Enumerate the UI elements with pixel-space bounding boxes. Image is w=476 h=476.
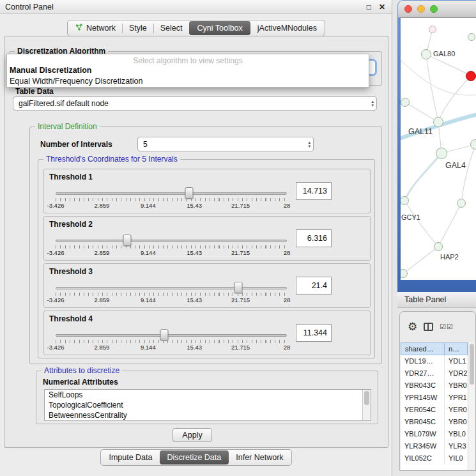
tab-label: Impute Data xyxy=(109,453,152,462)
threshold-value[interactable]: 6.316 xyxy=(296,229,332,247)
threshold-value[interactable]: 14.713 xyxy=(296,182,332,200)
zoom-traffic-light-icon[interactable] xyxy=(430,5,438,13)
tab-infer-network[interactable]: Infer Network xyxy=(229,450,289,464)
minimize-traffic-light-icon[interactable] xyxy=(417,5,425,13)
table-row[interactable]: YDL19…YDL1 xyxy=(401,355,468,367)
tab-discretize-data[interactable]: Discretize Data xyxy=(160,450,229,464)
slider-track[interactable] xyxy=(56,287,287,289)
close-icon[interactable]: ✕ xyxy=(379,3,385,12)
column-header-name[interactable]: n… xyxy=(445,342,468,355)
threshold-slider[interactable]: -3.4262.8599.14415.4321.71528 xyxy=(56,187,287,211)
slider-thumb[interactable] xyxy=(234,282,242,293)
table-cell[interactable]: YPR1 xyxy=(445,392,468,404)
network-node[interactable] xyxy=(466,71,476,81)
attribute-item[interactable]: SelfLoops xyxy=(45,390,371,400)
numerical-attributes-label: Numerical Attributes xyxy=(43,378,118,387)
tab-impute-data[interactable]: Impute Data xyxy=(102,450,158,464)
float-window-icon[interactable]: □ xyxy=(367,3,371,12)
list-scrollbar[interactable] xyxy=(362,390,371,420)
table-cell[interactable]: YDR2 xyxy=(445,367,468,380)
slider-scale: -3.4262.8599.14415.4321.71528 xyxy=(56,249,287,257)
attribute-item[interactable]: BetweennessCentrality xyxy=(45,410,371,420)
table-cell[interactable]: YDR27… xyxy=(401,367,445,380)
gear-icon[interactable]: ⚙ xyxy=(408,321,417,332)
scrollbar-thumb[interactable] xyxy=(470,344,474,385)
table-cell[interactable]: YLR3 xyxy=(445,440,468,452)
table-cell[interactable]: YIL0 xyxy=(445,452,468,464)
table-cell[interactable]: YIL052C xyxy=(401,452,445,464)
table-data-combo[interactable]: galFiltered.sif default node ▴ ▾ xyxy=(13,96,377,111)
threshold-slider[interactable]: -3.4262.8599.14415.4321.71528 xyxy=(56,234,287,259)
table-row[interactable]: YLR345WYLR3 xyxy=(401,440,468,452)
algorithm-dropdown-popup: Select algorithm to view settings Manual… xyxy=(6,54,369,88)
popup-placeholder: Select algorithm to view settings xyxy=(7,54,369,65)
thresholds-group: Threshold's Coordinates for 5 Intervals … xyxy=(38,159,375,358)
table-cell[interactable]: YDL19… xyxy=(401,355,445,367)
table-cell[interactable]: YBL0 xyxy=(445,428,468,440)
network-node[interactable] xyxy=(429,26,436,33)
slider-thumb[interactable] xyxy=(123,234,132,246)
slider-thumb[interactable] xyxy=(185,187,193,199)
table-row[interactable]: YDR27…YDR2 xyxy=(401,367,468,380)
network-node[interactable] xyxy=(457,199,466,208)
table-cell[interactable]: YBR0 xyxy=(445,380,468,392)
table-row[interactable]: YBR043CYBR0 xyxy=(401,380,468,392)
tab-jactivemnodules[interactable]: jActiveMNodules xyxy=(251,21,323,35)
tab-style[interactable]: Style xyxy=(123,21,153,35)
table-row[interactable]: YBL079WYBL0 xyxy=(401,428,468,440)
network-node[interactable] xyxy=(436,148,447,159)
column-header-shared-name[interactable]: shared… xyxy=(401,342,445,355)
threshold-value[interactable]: 21.4 xyxy=(296,277,332,295)
slider-scale: -3.4262.8599.14415.4321.71528 xyxy=(56,344,287,351)
table-cell[interactable]: YDL1 xyxy=(445,355,468,367)
table-data-value: galFiltered.sif default node xyxy=(19,99,109,108)
tab-select[interactable]: Select xyxy=(154,21,189,35)
network-window-titlebar[interactable] xyxy=(398,1,476,18)
table-cell[interactable]: YLR345W xyxy=(401,440,445,452)
network-node[interactable] xyxy=(421,49,431,59)
tab-network[interactable]: Network xyxy=(69,21,122,36)
threshold-slider[interactable]: -3.4262.8599.14415.4321.71528 xyxy=(56,329,287,353)
table-cell[interactable]: YBR0 xyxy=(445,416,468,428)
close-traffic-light-icon[interactable] xyxy=(404,5,412,13)
table-scrollbar[interactable] xyxy=(468,342,475,470)
table-row[interactable]: YIL052CYIL0 xyxy=(401,452,468,464)
threshold-slider[interactable]: -3.4262.8599.14415.4321.71528 xyxy=(56,282,287,306)
slider-ticks xyxy=(56,293,287,296)
scale-label: 21.715 xyxy=(231,344,250,351)
intervals-value: 5 xyxy=(143,140,148,149)
attribute-item[interactable]: TopologicalCoefficient xyxy=(45,400,371,410)
network-node[interactable] xyxy=(433,117,443,127)
scrollbar-thumb[interactable] xyxy=(364,391,369,405)
table-row[interactable]: YPR145WYPR1 xyxy=(401,392,468,404)
table-cell[interactable]: YBR045C xyxy=(401,416,445,428)
table-cell[interactable]: YBR043C xyxy=(401,380,445,392)
table-cell[interactable]: YER054C xyxy=(401,404,445,416)
network-node[interactable] xyxy=(401,98,410,107)
table-cell[interactable]: YPR145W xyxy=(401,392,445,404)
node-table: shared… n… YDL19…YDL1YDR27…YDR2YBR043CYB… xyxy=(401,342,468,470)
slider-thumb[interactable] xyxy=(160,329,169,341)
network-canvas[interactable]: GAL80GAL11GAL4GCY1HAP2 xyxy=(401,18,476,280)
popup-option-equal-width[interactable]: Equal Width/Frequency Discretization xyxy=(7,76,369,87)
network-node[interactable] xyxy=(470,139,476,150)
slider-track[interactable] xyxy=(56,334,287,337)
columns-icon[interactable] xyxy=(424,323,433,331)
slider-track[interactable] xyxy=(56,192,287,195)
bottom-tabbar: Impute Data Discretize Data Infer Networ… xyxy=(0,449,392,466)
table-cell[interactable]: YER0 xyxy=(445,404,468,416)
table-row[interactable]: YER054CYER0 xyxy=(401,404,468,416)
network-node[interactable] xyxy=(434,242,443,251)
popup-option-manual[interactable]: Manual Discretization xyxy=(7,65,369,76)
slider-track[interactable] xyxy=(56,240,287,242)
threshold-value[interactable]: 11.344 xyxy=(296,324,332,342)
number-of-intervals-combo[interactable]: 5 ▴ ▾ xyxy=(137,137,314,151)
table-cell[interactable]: YBL079W xyxy=(401,428,445,440)
numerical-attributes-list[interactable]: SelfLoopsTopologicalCoefficientBetweenne… xyxy=(44,389,371,421)
table-row[interactable]: YBR045CYBR0 xyxy=(401,416,468,428)
tab-cyni-toolbox[interactable]: Cyni Toolbox xyxy=(189,21,250,35)
apply-button[interactable]: Apply xyxy=(173,428,212,442)
window-title: Control Panel xyxy=(5,3,359,12)
select-rows-icon[interactable]: ☑☑ xyxy=(440,323,454,331)
network-node[interactable] xyxy=(468,33,475,41)
